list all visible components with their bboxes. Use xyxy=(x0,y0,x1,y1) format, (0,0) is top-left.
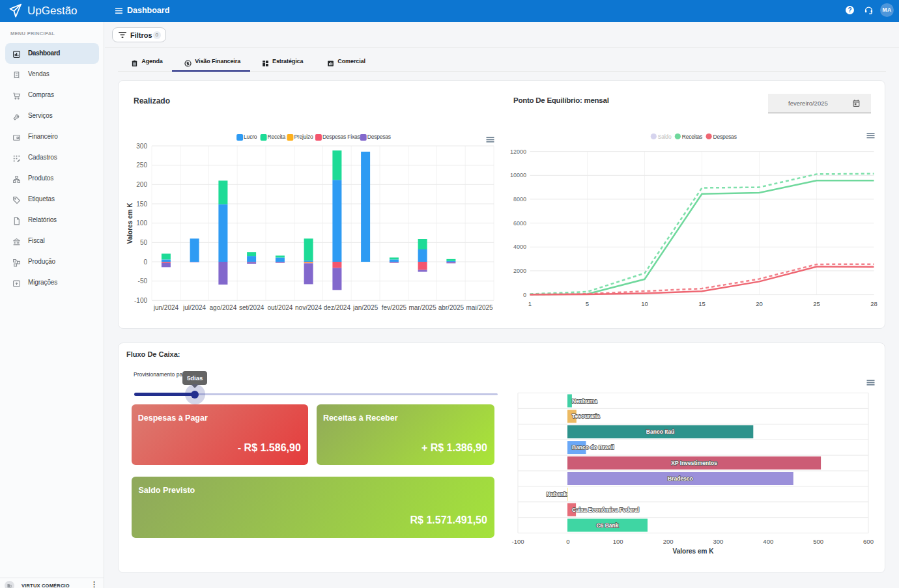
svg-text:12000: 12000 xyxy=(510,148,526,155)
svg-text:600: 600 xyxy=(863,538,874,545)
svg-text:fev/2025: fev/2025 xyxy=(382,304,407,311)
svg-text:jul/2024: jul/2024 xyxy=(182,304,206,311)
svg-text:4000: 4000 xyxy=(513,244,526,250)
svg-text:15: 15 xyxy=(698,300,706,307)
svg-text:nov/2024: nov/2024 xyxy=(295,304,322,311)
svg-text:ago/2024: ago/2024 xyxy=(210,304,237,311)
svg-text:dez/2024: dez/2024 xyxy=(324,304,351,311)
svg-text:Bradesco: Bradesco xyxy=(668,475,693,482)
svg-text:Receita: Receita xyxy=(268,133,286,140)
svg-text:out/2024: out/2024 xyxy=(267,304,293,311)
svg-text:Valores em K: Valores em K xyxy=(126,203,134,244)
svg-text:set/2024: set/2024 xyxy=(239,304,264,311)
svg-text:400: 400 xyxy=(763,538,773,545)
svg-text:250: 250 xyxy=(136,161,147,169)
svg-text:100: 100 xyxy=(613,538,623,545)
svg-text:20: 20 xyxy=(756,300,763,307)
svg-text:28: 28 xyxy=(870,300,878,307)
svg-text:XP Investimentos: XP Investimentos xyxy=(671,460,717,466)
svg-text:Tesouraria: Tesouraria xyxy=(572,413,600,419)
svg-text:500: 500 xyxy=(813,538,823,545)
svg-text:5: 5 xyxy=(586,300,589,307)
svg-text:0: 0 xyxy=(566,538,569,545)
svg-text:300: 300 xyxy=(136,143,147,150)
svg-text:1: 1 xyxy=(528,300,532,307)
svg-text:0: 0 xyxy=(143,259,147,266)
svg-text:25: 25 xyxy=(813,300,820,307)
svg-text:Saldo: Saldo xyxy=(658,133,672,140)
svg-text:150: 150 xyxy=(136,201,147,208)
svg-text:jun/2024: jun/2024 xyxy=(153,304,179,311)
svg-text:C6 Bank: C6 Bank xyxy=(596,522,618,529)
svg-text:mai/2025: mai/2025 xyxy=(466,304,494,311)
svg-text:2000: 2000 xyxy=(513,268,526,274)
svg-text:Receitas: Receitas xyxy=(682,133,702,140)
svg-text:Despesas: Despesas xyxy=(367,133,391,140)
svg-text:0: 0 xyxy=(523,292,526,298)
svg-text:Caixa Econômica Federal: Caixa Econômica Federal xyxy=(572,507,639,513)
svg-text:Nenhuma: Nenhuma xyxy=(572,398,597,404)
svg-text:Lucro: Lucro xyxy=(244,133,257,140)
svg-text:8000: 8000 xyxy=(513,196,526,203)
svg-text:300: 300 xyxy=(713,538,723,545)
svg-text:200: 200 xyxy=(136,181,147,188)
svg-text:-100: -100 xyxy=(511,538,524,545)
svg-text:Despesas: Despesas xyxy=(713,133,737,140)
svg-text:-100: -100 xyxy=(134,297,147,304)
svg-text:200: 200 xyxy=(663,538,674,545)
svg-text:Nubank: Nubank xyxy=(547,491,567,497)
svg-text:10000: 10000 xyxy=(510,172,526,178)
svg-text:-50: -50 xyxy=(138,277,148,285)
svg-text:Valores em K: Valores em K xyxy=(673,548,715,555)
svg-text:Despesas Fixas: Despesas Fixas xyxy=(322,133,360,140)
svg-text:mar/2025: mar/2025 xyxy=(408,304,436,311)
svg-text:6000: 6000 xyxy=(513,220,526,227)
svg-text:50: 50 xyxy=(140,239,148,246)
svg-text:100: 100 xyxy=(136,219,147,227)
svg-text:jan/2025: jan/2025 xyxy=(352,304,378,311)
svg-text:Prejuizo: Prejuizo xyxy=(294,133,313,140)
svg-text:10: 10 xyxy=(641,300,648,307)
svg-text:Banco Itaú: Banco Itaú xyxy=(646,428,674,435)
svg-text:Banco do Brasil: Banco do Brasil xyxy=(572,444,614,451)
svg-text:abr/2025: abr/2025 xyxy=(438,304,464,311)
